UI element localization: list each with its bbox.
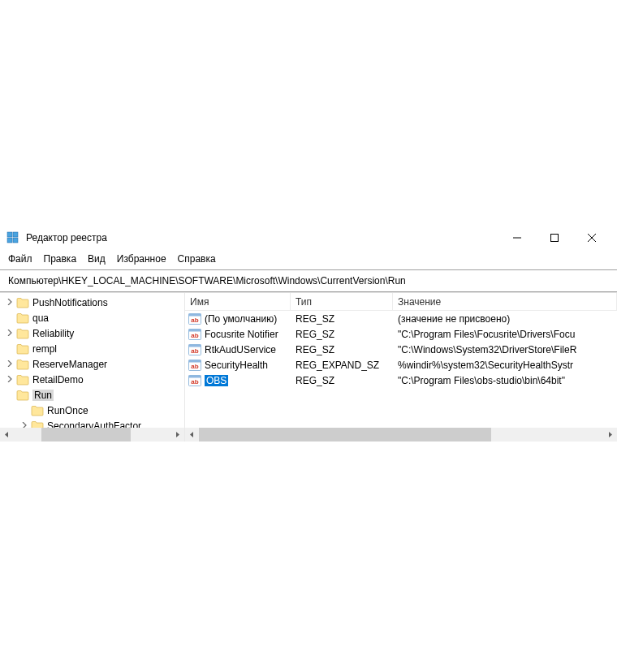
maximize-button[interactable]: [536, 226, 573, 250]
tree-horizontal-scrollbar[interactable]: [0, 428, 184, 442]
tree-item-label: Reliability: [32, 328, 74, 339]
folder-icon: [16, 312, 29, 324]
registry-editor-window: Редактор реестра Файл Правка Вид Избранн…: [0, 226, 617, 442]
value-name: Focusrite Notifier: [205, 329, 278, 340]
value-type: REG_EXPAND_SZ: [291, 360, 393, 371]
menu-edit[interactable]: Правка: [44, 253, 77, 265]
svg-text:ab: ab: [191, 347, 198, 355]
menu-favorites[interactable]: Избранное: [117, 253, 166, 265]
address-bar[interactable]: Компьютер\HKEY_LOCAL_MACHINE\SOFTWARE\Mi…: [0, 272, 617, 291]
value-name: RtkAudUService: [205, 344, 276, 355]
minimize-button[interactable]: [498, 226, 536, 250]
close-button[interactable]: [573, 226, 611, 250]
svg-text:ab: ab: [191, 317, 198, 324]
list-row[interactable]: abRtkAudUServiceREG_SZ"C:\Windows\System…: [185, 342, 617, 357]
column-header-name[interactable]: Имя: [185, 293, 291, 310]
list-pane: Имя Тип Значение ab(По умолчанию)REG_SZ(…: [185, 293, 617, 442]
tree-item[interactable]: ReserveManager: [0, 356, 184, 372]
window-title: Редактор реестра: [26, 232, 498, 243]
svg-text:ab: ab: [191, 378, 198, 386]
tree-item[interactable]: RunOnce: [0, 403, 184, 418]
tree-item-label: RetailDemo: [32, 374, 84, 386]
expand-chevron-icon[interactable]: [5, 298, 15, 307]
value-data: "C:\Program Files\Focusrite\Drivers\Focu: [393, 329, 617, 340]
reg-string-icon: ab: [188, 375, 201, 386]
expand-chevron-icon[interactable]: [5, 375, 15, 384]
list-row[interactable]: abFocusrite NotifierREG_SZ"C:\Program Fi…: [185, 326, 617, 342]
svg-text:ab: ab: [191, 332, 198, 339]
folder-icon: [31, 420, 44, 429]
content-panes: PushNotificationsquaReliabilityremplRese…: [0, 292, 617, 442]
value-type: REG_SZ: [291, 344, 393, 355]
menu-file[interactable]: Файл: [8, 253, 32, 265]
tree-item-label: rempl: [32, 343, 57, 355]
expand-chevron-icon[interactable]: [19, 421, 29, 428]
svg-rect-0: [7, 232, 12, 237]
tree-item[interactable]: SecondaryAuthFactor: [0, 418, 184, 428]
tree-item-label: PushNotifications: [32, 297, 108, 308]
svg-rect-3: [13, 238, 18, 243]
value-data: (значение не присвоено): [393, 313, 617, 325]
folder-icon: [16, 343, 29, 355]
folder-icon: [16, 359, 29, 370]
tree-item-label: ReserveManager: [32, 359, 107, 370]
value-type: REG_SZ: [291, 329, 393, 340]
tree-item-label: qua: [32, 312, 49, 324]
svg-rect-5: [551, 235, 559, 242]
menu-view[interactable]: Вид: [88, 253, 106, 265]
tree-item[interactable]: Reliability: [0, 325, 184, 341]
scroll-right-button[interactable]: [170, 428, 184, 442]
list-row[interactable]: abSecurityHealthREG_EXPAND_SZ%windir%\sy…: [185, 357, 617, 373]
value-name: SecurityHealth: [205, 360, 268, 371]
tree-pane: PushNotificationsquaReliabilityremplRese…: [0, 293, 185, 442]
tree-item[interactable]: PushNotifications: [0, 295, 184, 310]
svg-text:ab: ab: [191, 363, 198, 370]
list-horizontal-scrollbar[interactable]: [185, 428, 617, 442]
scroll-left-button[interactable]: [185, 428, 199, 442]
svg-rect-1: [13, 232, 18, 237]
expand-chevron-icon[interactable]: [5, 360, 15, 368]
list-row[interactable]: ab(По умолчанию)REG_SZ(значение не присв…: [185, 311, 617, 326]
tree-item[interactable]: qua: [0, 310, 184, 325]
tree-item[interactable]: RetailDemo: [0, 372, 184, 387]
titlebar[interactable]: Редактор реестра: [0, 226, 617, 250]
column-header-value[interactable]: Значение: [393, 293, 617, 310]
menu-help[interactable]: Справка: [178, 253, 216, 265]
column-header-type[interactable]: Тип: [291, 293, 393, 310]
list-header: Имя Тип Значение: [185, 293, 617, 311]
reg-string-icon: ab: [188, 329, 201, 340]
expand-chevron-icon[interactable]: [5, 329, 15, 338]
reg-string-icon: ab: [188, 344, 201, 355]
folder-icon: [16, 328, 29, 339]
tree-view[interactable]: PushNotificationsquaReliabilityremplRese…: [0, 293, 184, 428]
folder-icon: [16, 390, 29, 401]
value-data: "C:\Program Files\obs-studio\bin\64bit": [393, 375, 617, 386]
value-data: %windir%\system32\SecurityHealthSystr: [393, 360, 617, 371]
tree-item-label: RunOnce: [47, 405, 88, 416]
window-controls: [498, 226, 611, 250]
tree-item[interactable]: Run: [0, 387, 184, 403]
tree-item[interactable]: rempl: [0, 341, 184, 356]
value-type: REG_SZ: [291, 375, 393, 386]
scroll-left-button[interactable]: [0, 428, 14, 442]
list-view[interactable]: ab(По умолчанию)REG_SZ(значение не присв…: [185, 311, 617, 428]
scroll-right-button[interactable]: [603, 428, 617, 442]
value-name: OBS: [205, 375, 228, 386]
list-row[interactable]: abOBSREG_SZ"C:\Program Files\obs-studio\…: [185, 373, 617, 388]
folder-icon: [31, 405, 44, 416]
tree-item-label: Run: [32, 390, 54, 401]
value-data: "C:\Windows\System32\DriverStore\FileR: [393, 344, 617, 355]
menubar: Файл Правка Вид Избранное Справка: [0, 250, 617, 269]
value-type: REG_SZ: [291, 313, 393, 325]
tree-item-label: SecondaryAuthFactor: [47, 420, 141, 429]
reg-string-icon: ab: [188, 360, 201, 371]
value-name: (По умолчанию): [205, 313, 277, 325]
app-icon: [6, 231, 19, 244]
folder-icon: [16, 374, 29, 386]
reg-string-icon: ab: [188, 313, 201, 325]
folder-icon: [16, 297, 29, 308]
svg-rect-2: [7, 238, 12, 243]
